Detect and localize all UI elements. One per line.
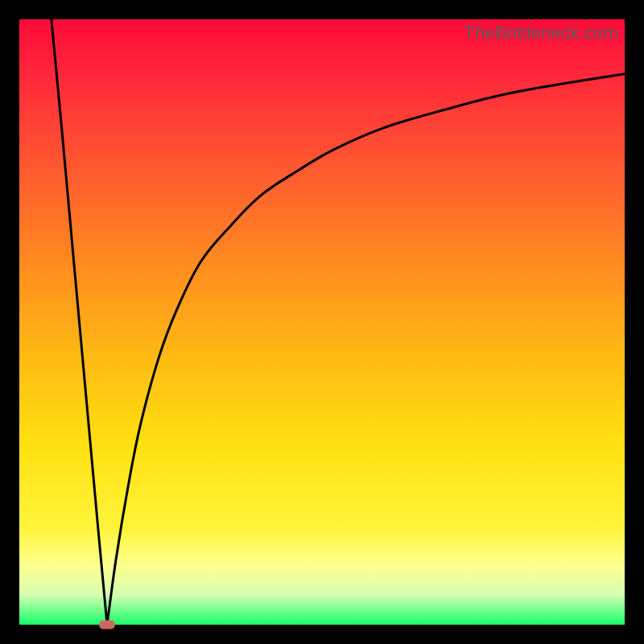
minimum-marker-icon: [99, 621, 115, 630]
chart-plot-area: TheBottleneck.com: [19, 19, 625, 625]
bottleneck-curve: [19, 19, 625, 625]
chart-frame: TheBottleneck.com: [0, 0, 644, 644]
